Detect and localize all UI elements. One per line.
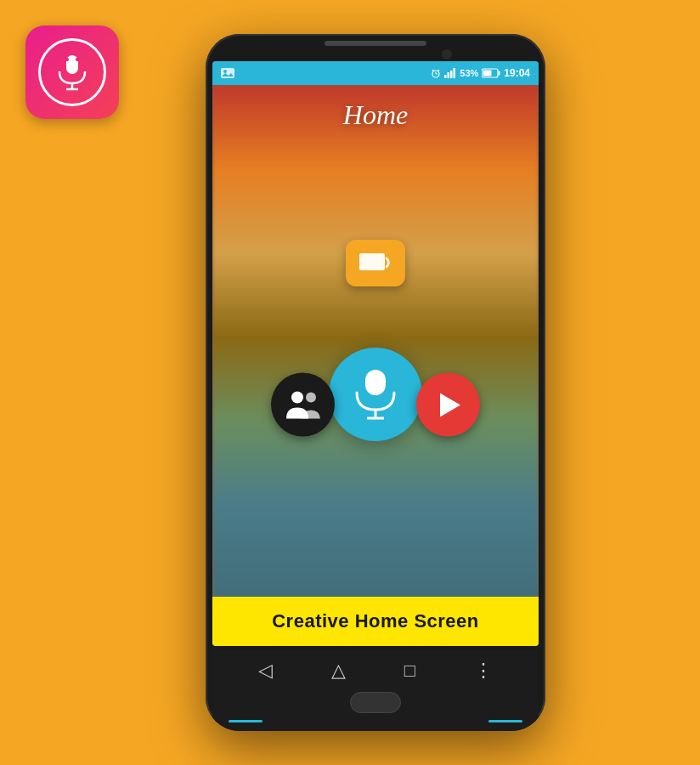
right-indicator	[488, 720, 522, 722]
bottom-indicators	[229, 720, 522, 722]
mic-center-icon	[350, 367, 401, 422]
app-icon[interactable]	[25, 26, 119, 119]
status-bar: 53% 19:04	[212, 61, 539, 85]
playstore-button[interactable]	[416, 373, 480, 437]
svg-rect-5	[221, 68, 234, 78]
svg-rect-12	[450, 71, 453, 78]
playstore-icon	[432, 388, 464, 421]
svg-point-6	[223, 70, 227, 73]
home-nav-button[interactable]: △	[331, 660, 346, 682]
app-icon-inner	[38, 38, 106, 106]
back-nav-button[interactable]: ◁	[258, 660, 273, 682]
time-display: 19:04	[504, 67, 530, 79]
mic-icon-svg	[51, 51, 93, 94]
image-status-icon	[221, 68, 234, 78]
battery-text: 53%	[460, 68, 478, 78]
volume-button[interactable]	[346, 240, 405, 286]
menu-nav-button[interactable]: ⋮	[474, 660, 493, 682]
svg-rect-15	[499, 71, 500, 76]
svg-marker-23	[440, 393, 460, 416]
phone-screen: 53% 19:04 Home	[212, 61, 539, 646]
nav-bar: ◁ △ □ ⋮	[212, 650, 539, 692]
banner-text: Creative Home Screen	[272, 610, 479, 632]
svg-rect-10	[444, 75, 447, 78]
svg-point-21	[291, 391, 303, 403]
contacts-button[interactable]	[271, 373, 335, 437]
alarm-icon	[431, 68, 441, 78]
svg-rect-13	[454, 68, 456, 78]
battery-icon	[482, 68, 500, 78]
phone-bottom-nav: ◁ △ □ ⋮	[212, 650, 539, 731]
svg-point-22	[306, 392, 316, 402]
svg-rect-0	[66, 55, 78, 74]
svg-point-4	[76, 58, 79, 61]
contacts-icon	[285, 388, 321, 421]
status-bar-right: 53% 19:04	[431, 67, 530, 79]
svg-rect-16	[483, 71, 492, 76]
icons-area	[212, 155, 539, 578]
phone-speaker	[325, 41, 426, 46]
recents-nav-button[interactable]: □	[404, 660, 415, 682]
svg-point-3	[65, 58, 69, 61]
left-indicator	[229, 720, 262, 722]
signal-icon	[444, 68, 456, 78]
svg-rect-11	[448, 72, 450, 78]
yellow-banner: Creative Home Screen	[212, 597, 539, 646]
phone-frame: 53% 19:04 Home	[206, 34, 545, 731]
mic-button[interactable]	[329, 348, 422, 441]
volume-icon	[358, 250, 392, 275]
phone-camera	[442, 49, 452, 60]
status-bar-left	[221, 68, 234, 78]
physical-home-button[interactable]	[350, 692, 401, 713]
svg-rect-17	[359, 253, 385, 270]
svg-rect-18	[365, 370, 386, 395]
home-title: Home	[212, 99, 539, 131]
